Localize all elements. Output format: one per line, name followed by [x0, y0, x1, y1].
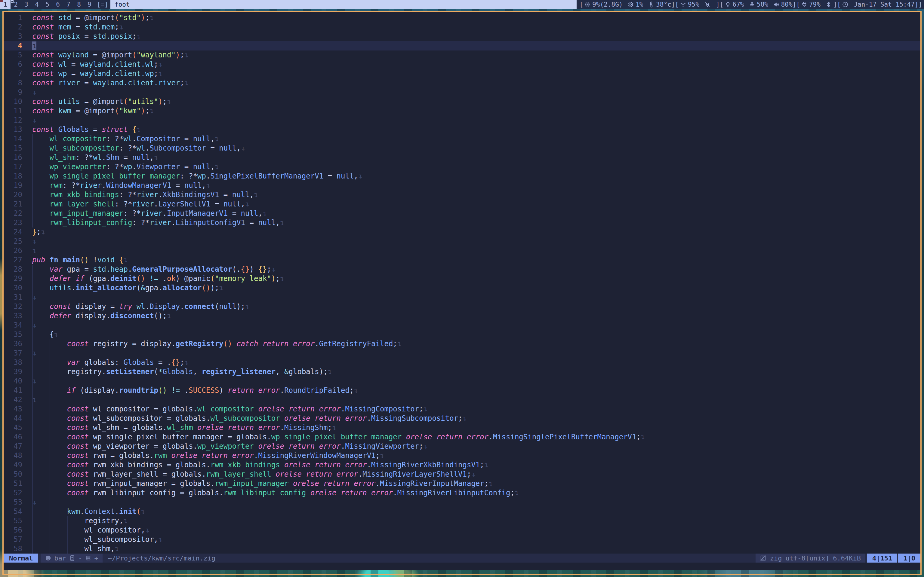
code-line[interactable]: 5const wayland = @import("wayland");↴: [3, 50, 921, 60]
code-line[interactable]: 47 const wp_viewporter = globals.wp_view…: [3, 442, 921, 451]
code-line[interactable]: 7const wp = wayland.client.wp;↴: [3, 69, 921, 79]
code-line[interactable]: 29 defer if (gpa.deinit() != .ok) @panic…: [3, 274, 921, 284]
status-text: 95%: [688, 1, 703, 8]
code-line[interactable]: 3const posix = std.posix;↴: [3, 32, 921, 41]
code-line[interactable]: 26↴: [3, 246, 921, 255]
status-text: 38°c: [656, 1, 671, 8]
code-line[interactable]: 1const std = @import("std");↴: [3, 13, 921, 23]
code-line[interactable]: 55 registry,↴: [3, 516, 921, 525]
code-line[interactable]: 11const kwm = @import("kwm");↴: [3, 106, 921, 116]
workspace-tag-2[interactable]: 2: [11, 0, 21, 9]
code-line[interactable]: 50 const rwm_layer_shell = globals.rwm_l…: [3, 470, 921, 479]
code-line[interactable]: 9↴: [3, 88, 921, 97]
code-line[interactable]: 57 wl_subcompositor,↴: [3, 535, 921, 544]
workspace-list: 123456789: [0, 0, 95, 9]
code-line[interactable]: 6const wl = wayland.client.wl;↴: [3, 60, 921, 69]
code-line[interactable]: 49 const rwm_xkb_bindings = globals.rwm_…: [3, 460, 921, 470]
newline-marker: ↴: [423, 405, 427, 413]
workspace-label: 8: [77, 1, 81, 8]
code-line[interactable]: 14 wl_compositor: ?*wl.Compositor = null…: [3, 134, 921, 143]
code-line[interactable]: 23 rwm_libinput_config: ?*river.Libinput…: [3, 218, 921, 227]
line-content: var globals: Globals = .{};↴: [32, 358, 189, 367]
line-content: const wayland = @import("wayland");↴: [32, 50, 189, 60]
code-line[interactable]: 46 const wp_single_pixel_buffer_manager …: [3, 432, 921, 442]
code-line[interactable]: 39 registry.setListener(*Globals, regist…: [3, 367, 921, 377]
workspace-tag-7[interactable]: 7: [63, 0, 74, 9]
code-line[interactable]: 8const river = wayland.client.river;↴: [3, 79, 921, 88]
newline-marker: ↴: [158, 535, 162, 544]
terminal-content[interactable]: 1const std = @import("std");↴2const mem …: [3, 12, 921, 570]
code-line[interactable]: 20 rwm_xkb_bindings: ?*river.XkbBindings…: [3, 190, 921, 200]
indent-guide: [50, 451, 50, 460]
code-line[interactable]: 36 const registry = display.getRegistry(…: [3, 339, 921, 349]
code-editor[interactable]: 1const std = @import("std");↴2const mem …: [3, 13, 921, 554]
line-number: 51: [3, 479, 22, 488]
status-text: ]]: [915, 1, 922, 8]
code-line[interactable]: 25↴: [3, 237, 921, 246]
workspace-tag-8[interactable]: 8: [74, 0, 84, 9]
code-line[interactable]: 37↴: [3, 349, 921, 358]
focused-window-title: foot: [110, 0, 577, 9]
code-line[interactable]: 22 rwm_input_manager: ?*river.InputManag…: [3, 209, 921, 218]
microphone-icon: [749, 1, 755, 8]
code-line[interactable]: 24};↴: [3, 227, 921, 237]
code-line[interactable]: 41 if (display.roundtrip() != .SUCCESS) …: [3, 386, 921, 395]
code-line[interactable]: 27pub fn main() !void {↴: [3, 255, 921, 265]
code-line[interactable]: 56 wl_compositor,↴: [3, 525, 921, 535]
code-line[interactable]: 34↴: [3, 321, 921, 330]
code-line[interactable]: 33 defer display.disconnect();↴: [3, 311, 921, 321]
workspace-tag-6[interactable]: 6: [53, 0, 63, 9]
code-line[interactable]: 44 const wl_subcompositor = globals.wl_s…: [3, 414, 921, 423]
newline-marker: ↴: [423, 442, 427, 450]
code-line[interactable]: 15 wl_subcompositor: ?*wl.Subcompositor …: [3, 143, 921, 153]
code-line[interactable]: 21 rwm_layer_shell: ?*river.LayerShellV1…: [3, 200, 921, 209]
workspace-tag-5[interactable]: 5: [42, 0, 53, 9]
code-line[interactable]: 32 const display = try wl.Display.connec…: [3, 302, 921, 311]
editor-mode: Normal: [3, 554, 38, 562]
code-line[interactable]: 13const Globals = struct {↴: [3, 125, 921, 134]
code-line[interactable]: 10const utils = @import("utils");↴: [3, 97, 921, 106]
code-line[interactable]: 28 var gpa = std.heap.GeneralPurposeAllo…: [3, 265, 921, 274]
workspace-tag-4[interactable]: 4: [32, 0, 42, 9]
code-line[interactable]: 53↴: [3, 498, 921, 507]
line-content: ↴: [32, 349, 36, 358]
workspace-indicator: [11, 0, 13, 3]
code-line[interactable]: 17 wp_viewporter: ?*wp.Viewporter = null…: [3, 162, 921, 172]
code-line[interactable]: 2const mem = std.mem;↴: [3, 23, 921, 32]
code-line[interactable]: 58 wl_shm,↴: [3, 544, 921, 554]
code-line[interactable]: 19 rwm: ?*river.WindowManagerV1 = null,↴: [3, 181, 921, 190]
code-line[interactable]: 43 const wl_compositor = globals.wl_comp…: [3, 405, 921, 414]
code-line[interactable]: 35 {↴: [3, 330, 921, 339]
code-line[interactable]: 51 const rwm_input_manager = globals.rwm…: [3, 479, 921, 488]
code-line[interactable]: 40↴: [3, 377, 921, 386]
indent-guide: [32, 274, 33, 284]
code-line[interactable]: 31↴: [3, 293, 921, 302]
newline-marker: ↴: [280, 219, 284, 227]
code-line[interactable]: 12↴: [3, 116, 921, 125]
newline-marker: ↴: [32, 321, 36, 329]
code-line[interactable]: 52 const rwm_libinput_config = globals.r…: [3, 488, 921, 498]
code-line[interactable]: 48 const rwm = globals.rwm orelse return…: [3, 451, 921, 460]
code-line[interactable]: 16 wl_shm: ?*wl.Shm = null,↴: [3, 153, 921, 162]
vcs-segment: bar - +: [40, 554, 102, 562]
newline-marker: ↴: [215, 135, 219, 143]
indent-guide: [32, 162, 33, 172]
line-number: 50: [3, 470, 22, 479]
newline-marker: ↴: [119, 23, 123, 31]
layout-indicator[interactable]: [=]: [95, 0, 110, 9]
code-line[interactable]: 30 utils.init_allocator(&gpa.allocator()…: [3, 284, 921, 293]
workspace-tag-3[interactable]: 3: [21, 0, 32, 9]
code-line[interactable]: 4↴: [3, 41, 921, 50]
line-content: pub fn main() !void {↴: [32, 255, 128, 265]
code-line[interactable]: 18 wp_single_pixel_buffer_manager: ?*wp.…: [3, 172, 921, 181]
terminal-window[interactable]: 1const std = @import("std");↴2const mem …: [2, 11, 922, 575]
file-info-segment: zig utf-8[unix] 6.64KiB: [756, 554, 865, 562]
code-line[interactable]: 54 kwm.Context.init(↴: [3, 507, 921, 516]
code-line[interactable]: 38 var globals: Globals = .{};↴: [3, 358, 921, 367]
workspace-tag-9[interactable]: 9: [84, 0, 95, 9]
code-line[interactable]: 42↴: [3, 395, 921, 405]
line-number: 56: [3, 525, 22, 535]
indent-guide: [32, 377, 33, 386]
workspace-tag-1[interactable]: 1: [0, 0, 11, 9]
code-line[interactable]: 45 const wl_shm = globals.wl_shm orelse …: [3, 423, 921, 432]
